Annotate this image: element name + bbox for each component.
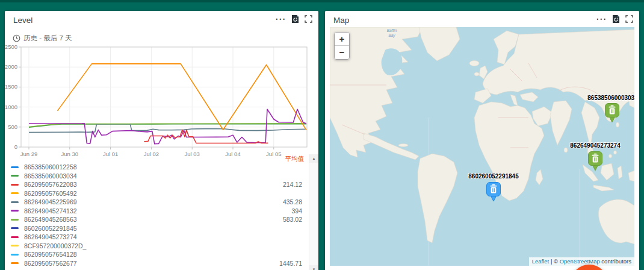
legend-row[interactable] <box>11 268 304 270</box>
map-marker[interactable] <box>486 181 501 204</box>
level-line-chart[interactable]: Jun 29Jun 30Jul 01Jul 02Jul 03Jul 04Jul … <box>5 41 318 162</box>
series-line-862649045274132 <box>29 109 306 144</box>
average-value: 435.28 <box>283 198 304 206</box>
legend-row[interactable]: 862649045274132394 <box>11 207 304 216</box>
y-axis-tick-label: 500 <box>8 124 17 130</box>
y-axis-tick-label: 2000 <box>5 63 17 70</box>
fullscreen-icon[interactable] <box>305 15 312 23</box>
legend-swatch <box>11 245 19 246</box>
chart-legend: 8653850600122588653850600030348620950576… <box>11 163 304 270</box>
legend-row[interactable]: 865385060012258 <box>11 163 304 172</box>
legend-row[interactable]: 8CF957200000372D_ <box>11 242 304 251</box>
map-panel: Map ⋯ <box>325 11 639 270</box>
marker-pin[interactable] <box>587 151 603 171</box>
device-id-label: 862095057654128 <box>24 251 302 258</box>
map-zoom-control: + − <box>334 32 350 60</box>
average-value: 214.12 <box>283 181 304 188</box>
legend-swatch <box>11 184 19 186</box>
series-line-862095057562677 <box>58 64 307 130</box>
y-axis-tick-label: 2500 <box>5 43 17 50</box>
map-panel-header: Map ⋯ <box>325 11 639 27</box>
series-line-865385060003034 <box>29 124 306 128</box>
legend-swatch <box>11 175 19 177</box>
legend-swatch <box>11 236 19 238</box>
legend-row[interactable]: 8620950575626771445.71 <box>11 259 304 268</box>
map-marker[interactable] <box>587 151 603 174</box>
openstreetmap-link[interactable]: OpenStreetMap <box>560 258 600 265</box>
marker-pin[interactable] <box>486 181 501 202</box>
device-id-label: 862095057605492 <box>24 190 302 197</box>
device-id-label: 865385060003034 <box>24 172 302 180</box>
legend-row[interactable]: 862649045225969435.28 <box>11 198 304 207</box>
average-value: 394 <box>291 207 304 215</box>
scroll-up-icon[interactable]: ▲ <box>309 154 318 163</box>
y-axis-tick-label: 0 <box>14 143 17 150</box>
y-axis-tick-label: 1500 <box>5 83 17 90</box>
trash-icon <box>609 105 616 115</box>
legend-swatch <box>11 210 19 212</box>
marker-label: 862649045273274 <box>570 142 620 149</box>
export-report-icon[interactable] <box>291 14 299 24</box>
device-id-label: 860260052291845 <box>24 225 302 232</box>
level-panel-header: Level ⋯ <box>5 11 318 27</box>
map-attribution: Leaflet | © OpenStreetMap contributors <box>529 257 634 266</box>
fullscreen-icon[interactable] <box>625 15 633 23</box>
legend-swatch <box>11 219 19 221</box>
marker-label: 860260052291845 <box>468 173 518 180</box>
legend-scrollbar[interactable]: ▲ ▼ <box>309 154 318 270</box>
device-id-label: 862649045274132 <box>24 207 291 215</box>
trash-icon <box>592 154 599 163</box>
legend-swatch <box>11 254 19 256</box>
legend-swatch <box>11 227 19 229</box>
legend-row[interactable]: 862649045268563583.02 <box>11 215 304 224</box>
average-value: 1445.71 <box>279 260 304 267</box>
level-panel: Level ⋯ <box>5 11 318 270</box>
device-id-label: 862649045273274 <box>24 233 302 240</box>
legend-row[interactable]: 862095057654128 <box>11 250 304 259</box>
legend-row[interactable]: 860260052291845 <box>11 224 304 233</box>
y-axis-tick-label: 1000 <box>5 104 17 110</box>
more-options-icon[interactable]: ⋯ <box>596 15 607 24</box>
device-id-label: 865385060012258 <box>24 163 302 171</box>
device-id-label: 862649045225969 <box>24 198 283 206</box>
marker-pin[interactable] <box>604 102 620 123</box>
export-report-icon[interactable] <box>612 14 620 24</box>
average-value: 583.02 <box>283 216 304 223</box>
legend-swatch <box>11 201 19 203</box>
scroll-down-icon[interactable]: ▼ <box>309 265 318 270</box>
world-map[interactable]: + − Baffin Bay 8653850600122588653850600… <box>330 27 634 266</box>
leaflet-link[interactable]: Leaflet <box>532 258 550 265</box>
avg-column-header: 平均值 <box>11 155 304 163</box>
zoom-in-button[interactable]: + <box>335 33 349 46</box>
marker-label: 865385060012258865385060003034 <box>587 94 634 101</box>
device-id-label: 862095057562677 <box>24 260 279 267</box>
legend-row[interactable]: 862649045273274 <box>11 233 304 242</box>
legend-row[interactable]: 865385060003034 <box>11 172 304 181</box>
panel-title-level: Level <box>13 16 33 25</box>
device-id-label: 862095057622083 <box>24 181 283 188</box>
legend-row[interactable]: 862095057605492 <box>11 189 304 198</box>
device-id-label: 862649045268563 <box>24 216 283 223</box>
marker-label-overlap: 865385060003034 <box>587 95 634 101</box>
panel-title-map: Map <box>333 16 349 25</box>
legend-swatch <box>11 192 19 194</box>
trash-icon <box>491 184 497 193</box>
more-options-icon[interactable]: ⋯ <box>275 15 286 24</box>
series-line-862649045268563 <box>29 124 306 127</box>
legend-swatch <box>11 262 19 264</box>
device-id-label: 8CF957200000372D_ <box>24 242 302 250</box>
dashboard: Level ⋯ <box>0 0 644 270</box>
zoom-out-button[interactable]: − <box>335 46 349 59</box>
map-marker[interactable] <box>604 102 620 125</box>
legend-swatch <box>11 166 19 168</box>
ocean-label-baffin-bay: Baffin Bay <box>382 28 402 37</box>
series-line-862649045225969 <box>29 124 306 133</box>
legend-row[interactable]: 862095057622083214.12 <box>11 180 304 189</box>
